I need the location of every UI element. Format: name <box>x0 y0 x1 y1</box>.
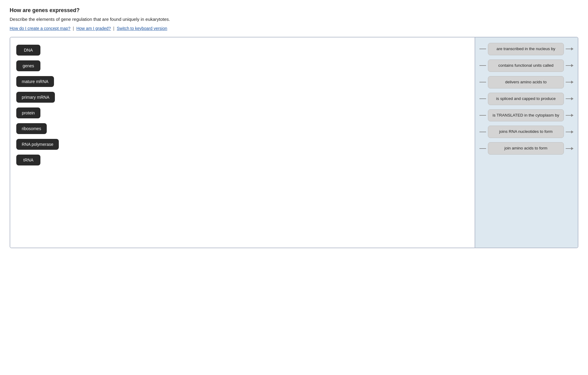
rel-joins-amino[interactable]: join amino acids to form <box>488 142 564 155</box>
node-ribosomes[interactable]: ribosomes <box>16 123 47 134</box>
page-description: Describe the elements of gene regulation… <box>10 17 578 22</box>
rel-spliced[interactable]: is spliced and capped to produce <box>488 93 564 105</box>
arrow-line-delivers <box>566 82 571 82</box>
arrow-head-delivers <box>571 81 574 84</box>
arrow-head-spliced <box>571 97 574 100</box>
rel-transcribed[interactable]: are transcribed in the nucleus by <box>488 43 564 55</box>
link-keyboard[interactable]: Switch to keyboard version <box>117 26 167 31</box>
arrow-joins-amino <box>566 147 574 150</box>
left-line-translated <box>479 115 486 116</box>
rel-joins-rna[interactable]: joins RNA nucleotides to form <box>488 126 564 138</box>
arrow-head-joins-rna <box>571 130 574 133</box>
node-dna[interactable]: DNA <box>16 45 40 56</box>
node-rna-polymerase[interactable]: RNA polymerase <box>16 139 59 150</box>
arrow-translated <box>566 114 574 117</box>
page-title: How are genes expressed? <box>10 7 578 14</box>
arrow-line-transcribed <box>566 49 571 49</box>
help-links: How do I create a concept map? | How am … <box>10 26 578 31</box>
rel-translated[interactable]: is TRANSLATED in the cytoplasm by <box>488 109 564 122</box>
link-concept-map[interactable]: How do I create a concept map? <box>10 26 71 31</box>
link-graded[interactable]: How am I graded? <box>76 26 111 31</box>
arrow-spliced <box>566 97 574 100</box>
left-line-joins-amino <box>479 148 486 149</box>
rel-functional-units[interactable]: contains functional units called <box>488 59 564 72</box>
right-panel: are transcribed in the nucleus by contai… <box>475 37 578 248</box>
rel-delivers[interactable]: delivers amino acids to <box>488 76 564 88</box>
left-line-spliced <box>479 98 486 99</box>
left-line-transcribed <box>479 49 486 49</box>
relation-row-joins-amino: join amino acids to form <box>479 142 574 155</box>
left-panel: DNA genes mature mRNA primary mRNA prote… <box>10 37 475 248</box>
relation-row-transcribed: are transcribed in the nucleus by <box>479 43 574 55</box>
arrow-delivers <box>566 81 574 84</box>
relation-row-joins-rna: joins RNA nucleotides to form <box>479 126 574 138</box>
node-genes[interactable]: genes <box>16 60 40 71</box>
left-line-delivers <box>479 82 486 82</box>
arrow-functional <box>566 64 574 67</box>
divider-1: | <box>73 26 74 31</box>
relation-row-functional: contains functional units called <box>479 59 574 72</box>
arrow-line-joins-amino <box>566 148 571 149</box>
arrow-joins-rna <box>566 130 574 133</box>
arrow-line-spliced <box>566 98 571 99</box>
arrow-head-functional <box>571 64 574 67</box>
node-primary-mrna[interactable]: primary mRNA <box>16 92 55 103</box>
arrow-transcribed <box>566 47 574 50</box>
relation-row-translated: is TRANSLATED in the cytoplasm by <box>479 109 574 122</box>
node-protein[interactable]: protein <box>16 107 40 118</box>
node-trna[interactable]: tRNA <box>16 155 40 165</box>
relation-row-delivers: delivers amino acids to <box>479 76 574 88</box>
concept-map-container: DNA genes mature mRNA primary mRNA prote… <box>10 37 578 248</box>
left-line-joins-rna <box>479 132 486 132</box>
relation-row-spliced: is spliced and capped to produce <box>479 93 574 105</box>
divider-2: | <box>113 26 115 31</box>
arrow-head-translated <box>571 114 574 117</box>
node-mature-mrna[interactable]: mature mRNA <box>16 76 54 87</box>
arrow-line-joins-rna <box>566 132 571 132</box>
arrow-line-translated <box>566 115 571 116</box>
arrow-head-transcribed <box>571 47 574 50</box>
left-line-functional <box>479 65 486 66</box>
arrow-head-joins-amino <box>571 147 574 150</box>
arrow-line-functional <box>566 65 571 66</box>
